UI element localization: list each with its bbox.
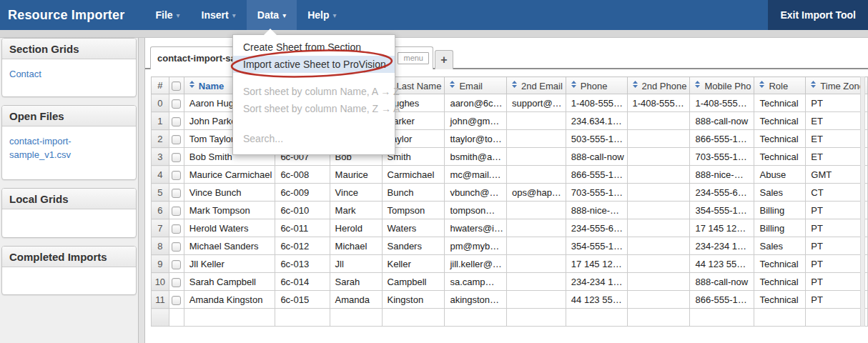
cell-email[interactable]: pm@myb…	[445, 237, 507, 255]
cell-phone[interactable]: 234-555-6…	[566, 219, 627, 237]
menu-item-import-active-sheet[interactable]: Import active Sheet to ProVision	[233, 56, 395, 73]
cell-phone[interactable]: 888-nice-…	[566, 202, 627, 219]
cell-phone[interactable]: 234.634.1…	[566, 112, 627, 130]
row-number-cell[interactable]: 7	[152, 219, 169, 237]
cell-second-phone[interactable]: 1-408-555…	[627, 94, 690, 112]
cell-second-email[interactable]: support@…	[507, 94, 566, 112]
cell-role[interactable]: Technical	[754, 255, 806, 273]
menu-help[interactable]: Help ▾	[297, 0, 347, 30]
cell-second-phone[interactable]	[627, 219, 690, 237]
cell-phone[interactable]: 503-555-1…	[566, 130, 627, 148]
row-checkbox[interactable]	[172, 242, 181, 252]
cell-email[interactable]: aaron@6c…	[445, 94, 507, 112]
cell-col-e[interactable]: Jll	[330, 255, 382, 273]
exit-import-tool-button[interactable]: Exit Import Tool	[768, 0, 868, 30]
cell-second-phone[interactable]	[627, 112, 690, 130]
cell-col-e[interactable]: Herold	[330, 219, 382, 237]
cell-col-d[interactable]: 6c-008	[275, 166, 330, 184]
cell-name[interactable]: Michael Sanders	[184, 237, 275, 255]
cell-mobile-phone[interactable]: 354-555-1…	[690, 202, 754, 219]
cell-second-phone[interactable]	[627, 237, 690, 255]
cell-mobile-phone[interactable]: 888-call-now	[690, 112, 754, 130]
row-number-cell[interactable]: 4	[152, 166, 169, 184]
column-header-mobile-phone[interactable]: Mobile Pho	[690, 77, 754, 94]
column-header-role[interactable]: Role	[754, 77, 806, 94]
row-number-cell[interactable]: 6	[152, 202, 169, 219]
cell-second-email[interactable]	[507, 112, 566, 130]
row-number-cell[interactable]	[152, 309, 169, 327]
cell-role[interactable]: Sales	[754, 237, 806, 255]
cell-role[interactable]: Technical	[754, 291, 806, 309]
cell-role[interactable]: Technical	[754, 94, 806, 112]
cell-mobile-phone[interactable]: 17 145 12…	[690, 219, 754, 237]
cell-second-email[interactable]	[507, 273, 566, 291]
cell-col-e[interactable]	[330, 309, 382, 327]
cell-time-zone[interactable]: PT	[806, 94, 868, 112]
cell-time-zone[interactable]: ET	[806, 112, 868, 130]
cell-name[interactable]: Herold Waters	[184, 219, 275, 237]
sort-icon[interactable]	[759, 79, 765, 90]
cell-mobile-phone[interactable]: 888-call-now	[690, 273, 754, 291]
row-number-cell[interactable]: 3	[152, 148, 169, 166]
cell-col-e[interactable]: Maurice	[330, 166, 382, 184]
sort-icon[interactable]	[511, 79, 518, 90]
menu-data[interactable]: Data ▾	[247, 0, 297, 30]
cell-second-email[interactable]	[507, 237, 566, 255]
sidebar-item-contact[interactable]: Contact	[9, 67, 129, 81]
cell-mobile-phone[interactable]	[690, 309, 754, 327]
cell-col-d[interactable]	[275, 309, 330, 327]
cell-col-d[interactable]: 6c-011	[275, 219, 330, 237]
cell-role[interactable]: Technical	[754, 273, 806, 291]
row-number-cell[interactable]: 8	[152, 237, 169, 255]
cell-col-e[interactable]: Mark	[330, 202, 382, 219]
column-header-time-zone[interactable]: Time Zone	[806, 77, 868, 94]
cell-second-email[interactable]	[507, 255, 566, 273]
cell-name[interactable]: Amanda Kingston	[184, 291, 275, 309]
row-checkbox[interactable]	[172, 278, 181, 287]
cell-phone[interactable]: 888-call-now	[566, 148, 627, 166]
cell-second-email[interactable]	[507, 219, 566, 237]
cell-col-d[interactable]: 6c-012	[275, 237, 330, 255]
cell-email[interactable]: jill.keller@…	[445, 255, 507, 273]
menu-file[interactable]: File ▾	[144, 0, 190, 30]
cell-col-e[interactable]: Sarah	[330, 273, 382, 291]
column-header-second-phone[interactable]: 2nd Phone	[627, 77, 690, 94]
cell-col-e[interactable]: Amanda	[330, 291, 382, 309]
cell-second-email[interactable]	[507, 309, 566, 327]
cell-time-zone[interactable]: PT	[806, 291, 868, 309]
cell-email[interactable]: sa.camp…	[445, 273, 507, 291]
cell-mobile-phone[interactable]: 888-nice-…	[690, 166, 754, 184]
cell-name[interactable]: Maurice Carmichael	[184, 166, 275, 184]
sidebar-splitter[interactable]	[138, 38, 145, 343]
cell-phone[interactable]: 866-555-1…	[566, 166, 627, 184]
sheet-tab-menu-button[interactable]: menu	[398, 52, 429, 64]
vertical-scrollbar[interactable]	[860, 76, 865, 327]
cell-email[interactable]: john@gm…	[445, 112, 507, 130]
sort-icon[interactable]	[632, 79, 638, 90]
sidebar-item-open-file[interactable]: contact-import-sample_v1.csv	[9, 134, 102, 161]
row-checkbox[interactable]	[172, 224, 181, 234]
cell-role[interactable]: Abuse	[754, 166, 806, 184]
row-number-cell[interactable]: 5	[152, 184, 169, 202]
cell-col-d[interactable]: 6c-014	[275, 273, 330, 291]
cell-col-d[interactable]: 6c-009	[275, 184, 330, 202]
cell-last-name[interactable]: Campbell	[382, 273, 445, 291]
cell-name[interactable]	[184, 309, 275, 327]
cell-email[interactable]: hwaters@i…	[445, 219, 507, 237]
cell-email[interactable]: akingston…	[445, 291, 507, 309]
cell-second-email[interactable]	[507, 130, 566, 148]
cell-phone[interactable]: 17 145 12…	[566, 255, 627, 273]
sort-icon[interactable]	[449, 79, 455, 90]
row-number-cell[interactable]: 0	[152, 94, 169, 112]
column-header-phone[interactable]: Phone	[566, 77, 627, 94]
cell-time-zone[interactable]: PT	[806, 273, 868, 291]
column-header-second-email[interactable]: 2nd Email	[507, 77, 566, 94]
cell-phone[interactable]: 44 123 55…	[566, 291, 627, 309]
row-checkbox[interactable]	[172, 189, 181, 198]
cell-time-zone[interactable]: PT	[806, 219, 868, 237]
cell-second-phone[interactable]	[627, 184, 690, 202]
cell-col-d[interactable]: 6c-010	[275, 202, 330, 219]
cell-phone[interactable]	[566, 309, 627, 327]
cell-name[interactable]: Vince Bunch	[184, 184, 275, 202]
cell-time-zone[interactable]: ET	[806, 130, 868, 148]
